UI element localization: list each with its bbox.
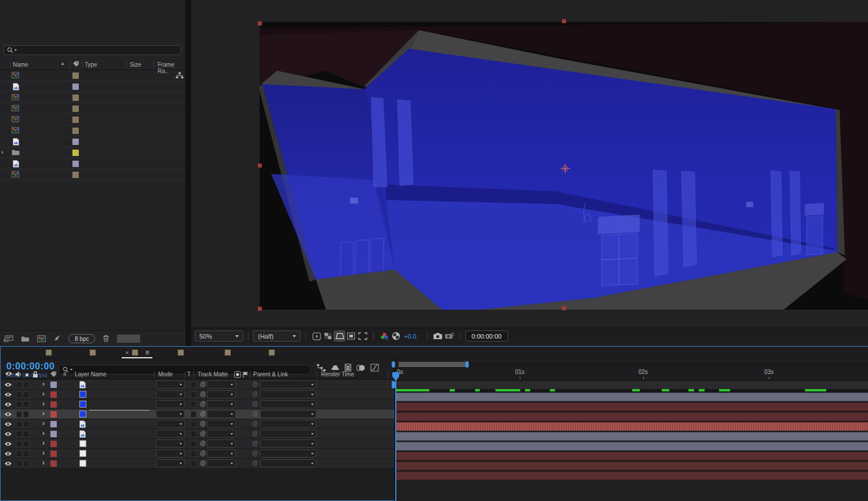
panel-menu-icon[interactable]: ≡ [145, 348, 149, 357]
layer-selection-handle[interactable] [562, 306, 566, 310]
preserve-transparency-cell[interactable] [191, 451, 196, 457]
track-matte-pickwhip-icon[interactable]: @ [200, 450, 206, 456]
blend-mode-dropdown[interactable] [156, 390, 185, 398]
twirl-expander-icon[interactable]: › [42, 400, 45, 408]
column-layer-name[interactable]: Layer Name [75, 371, 106, 377]
project-item-row[interactable] [0, 169, 185, 180]
track-matte-pickwhip-icon[interactable]: @ [200, 381, 206, 387]
layer-label-swatch[interactable] [50, 411, 57, 418]
solo-column-icon[interactable] [25, 373, 29, 377]
layer-duration-bar[interactable] [395, 422, 868, 431]
track-matte-dropdown[interactable] [207, 449, 236, 458]
lock-column-icon[interactable] [32, 371, 38, 378]
track-matte-dropdown[interactable] [207, 420, 236, 428]
mask-visibility-icon[interactable] [334, 331, 345, 342]
playhead-line[interactable] [395, 372, 396, 501]
parent-link-dropdown[interactable] [260, 380, 316, 389]
panel-divider[interactable] [185, 0, 191, 346]
preserve-transparency-cell[interactable] [191, 411, 196, 418]
bit-depth-button[interactable]: 8 bpc [68, 334, 95, 343]
parent-pickwhip-icon[interactable]: @ [252, 440, 258, 446]
twirl-expander-icon[interactable]: › [42, 429, 45, 437]
timeline-zoom-scrollbar[interactable] [395, 361, 868, 368]
transparency-grid-icon[interactable] [322, 331, 334, 342]
work-area-bar[interactable] [395, 381, 868, 389]
scrollbar-right-handle[interactable] [465, 361, 469, 368]
audio-switch-cell[interactable] [16, 391, 22, 398]
project-column-headers[interactable]: Name ▲ Type Size Frame Ra.. [0, 60, 185, 70]
delete-item-icon[interactable] [103, 335, 110, 342]
anchor-point-icon[interactable] [560, 164, 570, 173]
layer-duration-bar[interactable] [395, 442, 868, 451]
label-color-swatch[interactable] [72, 150, 79, 156]
time-ruler[interactable]: 0s01s02s03s [395, 368, 868, 381]
layer-duration-bar[interactable] [395, 462, 868, 470]
project-item-row[interactable] [0, 92, 185, 103]
lock-switch-cell[interactable] [23, 382, 29, 388]
expander-icon[interactable]: › [1, 148, 3, 155]
layer-row-mainback[interactable]: ›@@ [1, 449, 395, 459]
twirl-expander-icon[interactable]: › [42, 419, 45, 427]
layer-label-swatch[interactable] [50, 451, 57, 457]
layer-selection-handle[interactable] [258, 164, 262, 168]
preserve-transparency-cell[interactable] [191, 401, 196, 408]
layer-row-ssu_te-6x994-png[interactable]: ›@@ [1, 380, 395, 390]
column-size[interactable]: Size [130, 61, 141, 68]
new-composition-icon[interactable] [37, 335, 46, 342]
track-matte-pickwhip-icon[interactable]: @ [200, 391, 206, 397]
twirl-expander-icon[interactable]: › [42, 390, 45, 398]
parent-pickwhip-icon[interactable]: @ [252, 450, 258, 456]
layer-label-swatch[interactable] [50, 382, 57, 388]
parent-pickwhip-icon[interactable]: @ [252, 430, 258, 437]
blend-mode-dropdown[interactable] [156, 430, 185, 438]
parent-link-dropdown[interactable] [260, 400, 316, 408]
lock-switch-cell[interactable] [23, 460, 29, 467]
eye-icon[interactable] [4, 461, 12, 466]
layer-selection-handle[interactable] [562, 19, 566, 23]
fast-previews-icon[interactable] [311, 331, 322, 342]
label-color-swatch[interactable] [72, 117, 79, 123]
audio-switch-cell[interactable] [16, 411, 22, 418]
guides-icon[interactable] [345, 331, 357, 342]
parent-link-dropdown[interactable] [260, 459, 316, 467]
parent-link-dropdown[interactable] [260, 410, 316, 418]
lock-switch-cell[interactable] [23, 401, 29, 408]
scrollbar-left-handle[interactable] [392, 361, 395, 368]
interpret-footage-icon[interactable] [3, 335, 13, 342]
audio-switch-cell[interactable] [16, 460, 22, 467]
eye-icon[interactable] [4, 431, 12, 437]
channel-rgb-icon[interactable] [378, 331, 390, 342]
column-parent-link[interactable]: Parent & Link [253, 371, 288, 377]
audio-switch-cell[interactable] [16, 401, 22, 408]
preserve-transparency-cell[interactable] [191, 382, 196, 388]
track-matte-dropdown[interactable] [207, 430, 236, 438]
layer-duration-bar[interactable] [395, 402, 868, 411]
label-color-swatch[interactable] [72, 95, 79, 101]
twirl-expander-icon[interactable]: › [42, 449, 45, 457]
project-item-row[interactable] [0, 81, 185, 92]
show-snapshot-icon[interactable] [444, 331, 455, 342]
preserve-transparency-cell[interactable] [191, 431, 196, 437]
layer-duration-bar[interactable] [395, 471, 868, 480]
timeline-tab-precomp[interactable] [172, 347, 193, 359]
label-color-swatch[interactable] [72, 172, 79, 178]
resolution-dropdown[interactable]: (Half) [253, 331, 301, 342]
track-matte-dropdown[interactable] [207, 410, 236, 418]
modes-flag-icon[interactable] [242, 371, 249, 378]
layer-row-sidefront[interactable]: ›@@ [1, 400, 395, 409]
audio-switch-cell[interactable] [16, 431, 22, 437]
track-matte-pickwhip-icon[interactable]: @ [200, 440, 206, 446]
switches-column-icon[interactable] [234, 371, 241, 378]
timeline-tab-render-queue[interactable] [11, 347, 23, 359]
track-matte-dropdown[interactable] [207, 440, 236, 448]
column-mode[interactable]: Mode [158, 371, 173, 377]
track-matte-pickwhip-icon[interactable]: @ [200, 460, 206, 466]
column-number[interactable]: # [63, 371, 67, 377]
audio-switch-cell[interactable] [16, 421, 22, 427]
layer-row-ixda-logo-png[interactable]: ›@@ [1, 429, 395, 439]
preserve-transparency-cell[interactable] [191, 460, 196, 467]
label-color-swatch[interactable] [72, 139, 79, 145]
track-matte-pickwhip-icon[interactable]: @ [200, 411, 206, 417]
eye-icon[interactable] [4, 422, 12, 427]
layer-duration-bar[interactable] [395, 412, 868, 421]
